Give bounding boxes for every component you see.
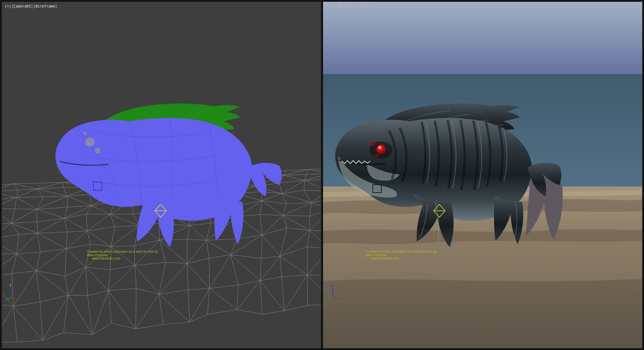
fish-rear-fin[interactable] bbox=[248, 163, 282, 196]
viewport-pov-button[interactable]: [Camera01] bbox=[333, 4, 354, 8]
world-axis-tripod: z bbox=[6, 283, 19, 300]
fish-eye bbox=[85, 137, 94, 147]
fish-eye-small-1 bbox=[371, 141, 375, 146]
fish-eye-small bbox=[95, 148, 101, 154]
sky-background bbox=[323, 2, 642, 74]
wireframe-scene-canvas[interactable]: z bbox=[2, 2, 321, 348]
watermark-line3: www.fritzstudio.com bbox=[371, 257, 437, 261]
viewport-label-bar: [+][Camera01][Shaded] bbox=[326, 4, 372, 8]
viewport-shading-button[interactable]: [Wireframe] bbox=[33, 4, 57, 8]
viewport-shaded[interactable]: z [+][Camera01][Shaded] Created for Inte… bbox=[323, 2, 642, 348]
fish-spot bbox=[83, 132, 87, 135]
viewport-wireframe[interactable]: z [+][Camera01][Wireframe] Created for I… bbox=[2, 2, 321, 348]
z-axis-label: z bbox=[10, 283, 11, 287]
viewport-label-bar: [+][Camera01][Wireframe] bbox=[5, 4, 58, 8]
viewport-menu-button[interactable]: [+] bbox=[5, 4, 11, 8]
watermark: Created for Intel Corporation as a work … bbox=[87, 250, 158, 261]
fish-eye-highlight bbox=[379, 146, 381, 149]
fish-eye-small-2 bbox=[375, 154, 379, 157]
viewport-shading-button[interactable]: [Shaded] bbox=[355, 4, 372, 8]
shaded-scene-canvas[interactable]: z bbox=[323, 2, 642, 348]
fish-model-wireframe[interactable] bbox=[55, 103, 282, 247]
watermark: Created for Intel Corporation as a work … bbox=[366, 250, 437, 261]
watermark-line3: www.fritzstudio.com bbox=[92, 257, 158, 261]
viewport-menu-button[interactable]: [+] bbox=[326, 4, 332, 8]
fish-eye-main bbox=[376, 145, 386, 154]
viewport-pov-button[interactable]: [Camera01] bbox=[11, 4, 33, 8]
3d-app-viewport-area: z [+][Camera01][Wireframe] Created for I… bbox=[0, 0, 644, 350]
z-axis-label: z bbox=[331, 283, 333, 287]
fish-tail-fin[interactable] bbox=[214, 195, 244, 244]
